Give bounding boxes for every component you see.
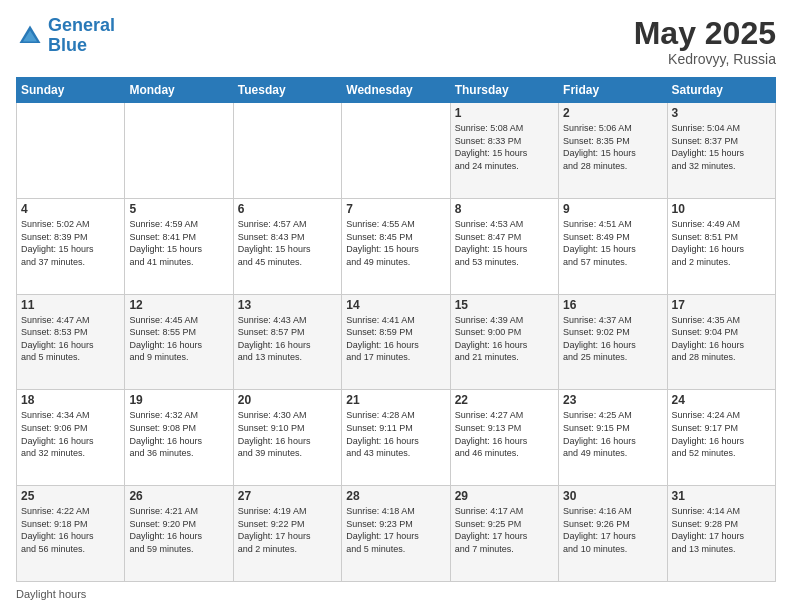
- day-info: Sunrise: 4:18 AM Sunset: 9:23 PM Dayligh…: [346, 505, 445, 555]
- calendar-cell: 25Sunrise: 4:22 AM Sunset: 9:18 PM Dayli…: [17, 486, 125, 582]
- footer-text: Daylight hours: [16, 588, 86, 600]
- day-number: 24: [672, 393, 771, 407]
- day-number: 12: [129, 298, 228, 312]
- day-info: Sunrise: 4:59 AM Sunset: 8:41 PM Dayligh…: [129, 218, 228, 268]
- calendar-cell: 6Sunrise: 4:57 AM Sunset: 8:43 PM Daylig…: [233, 198, 341, 294]
- page: General Blue May 2025 Kedrovyy, Russia S…: [0, 0, 792, 612]
- day-info: Sunrise: 5:04 AM Sunset: 8:37 PM Dayligh…: [672, 122, 771, 172]
- calendar-cell: 19Sunrise: 4:32 AM Sunset: 9:08 PM Dayli…: [125, 390, 233, 486]
- calendar-day-header: Wednesday: [342, 78, 450, 103]
- day-number: 20: [238, 393, 337, 407]
- day-info: Sunrise: 4:45 AM Sunset: 8:55 PM Dayligh…: [129, 314, 228, 364]
- day-number: 31: [672, 489, 771, 503]
- day-info: Sunrise: 4:49 AM Sunset: 8:51 PM Dayligh…: [672, 218, 771, 268]
- calendar-week-row: 11Sunrise: 4:47 AM Sunset: 8:53 PM Dayli…: [17, 294, 776, 390]
- calendar-header-row: SundayMondayTuesdayWednesdayThursdayFrid…: [17, 78, 776, 103]
- calendar-cell: 22Sunrise: 4:27 AM Sunset: 9:13 PM Dayli…: [450, 390, 558, 486]
- calendar-cell: 3Sunrise: 5:04 AM Sunset: 8:37 PM Daylig…: [667, 103, 775, 199]
- day-number: 19: [129, 393, 228, 407]
- footer: Daylight hours: [16, 588, 776, 600]
- day-info: Sunrise: 5:02 AM Sunset: 8:39 PM Dayligh…: [21, 218, 120, 268]
- day-number: 26: [129, 489, 228, 503]
- calendar-day-header: Tuesday: [233, 78, 341, 103]
- calendar-week-row: 4Sunrise: 5:02 AM Sunset: 8:39 PM Daylig…: [17, 198, 776, 294]
- day-info: Sunrise: 4:43 AM Sunset: 8:57 PM Dayligh…: [238, 314, 337, 364]
- logo-line2: Blue: [48, 35, 87, 55]
- day-info: Sunrise: 4:19 AM Sunset: 9:22 PM Dayligh…: [238, 505, 337, 555]
- day-number: 13: [238, 298, 337, 312]
- day-info: Sunrise: 4:14 AM Sunset: 9:28 PM Dayligh…: [672, 505, 771, 555]
- day-number: 8: [455, 202, 554, 216]
- logo-text: General Blue: [48, 16, 115, 56]
- day-info: Sunrise: 4:35 AM Sunset: 9:04 PM Dayligh…: [672, 314, 771, 364]
- calendar-cell: 5Sunrise: 4:59 AM Sunset: 8:41 PM Daylig…: [125, 198, 233, 294]
- calendar-cell: 23Sunrise: 4:25 AM Sunset: 9:15 PM Dayli…: [559, 390, 667, 486]
- day-number: 3: [672, 106, 771, 120]
- day-number: 11: [21, 298, 120, 312]
- day-info: Sunrise: 4:37 AM Sunset: 9:02 PM Dayligh…: [563, 314, 662, 364]
- day-info: Sunrise: 4:25 AM Sunset: 9:15 PM Dayligh…: [563, 409, 662, 459]
- calendar-cell: 21Sunrise: 4:28 AM Sunset: 9:11 PM Dayli…: [342, 390, 450, 486]
- day-info: Sunrise: 4:16 AM Sunset: 9:26 PM Dayligh…: [563, 505, 662, 555]
- calendar-cell: 29Sunrise: 4:17 AM Sunset: 9:25 PM Dayli…: [450, 486, 558, 582]
- title-block: May 2025 Kedrovyy, Russia: [634, 16, 776, 67]
- logo: General Blue: [16, 16, 115, 56]
- calendar-cell: 17Sunrise: 4:35 AM Sunset: 9:04 PM Dayli…: [667, 294, 775, 390]
- calendar-cell: 15Sunrise: 4:39 AM Sunset: 9:00 PM Dayli…: [450, 294, 558, 390]
- calendar-cell: 11Sunrise: 4:47 AM Sunset: 8:53 PM Dayli…: [17, 294, 125, 390]
- calendar-cell: 20Sunrise: 4:30 AM Sunset: 9:10 PM Dayli…: [233, 390, 341, 486]
- day-number: 15: [455, 298, 554, 312]
- day-info: Sunrise: 4:32 AM Sunset: 9:08 PM Dayligh…: [129, 409, 228, 459]
- day-number: 30: [563, 489, 662, 503]
- day-number: 21: [346, 393, 445, 407]
- calendar-day-header: Monday: [125, 78, 233, 103]
- day-info: Sunrise: 4:41 AM Sunset: 8:59 PM Dayligh…: [346, 314, 445, 364]
- calendar-cell: 7Sunrise: 4:55 AM Sunset: 8:45 PM Daylig…: [342, 198, 450, 294]
- calendar-cell: [17, 103, 125, 199]
- calendar-cell: 12Sunrise: 4:45 AM Sunset: 8:55 PM Dayli…: [125, 294, 233, 390]
- day-info: Sunrise: 4:51 AM Sunset: 8:49 PM Dayligh…: [563, 218, 662, 268]
- day-info: Sunrise: 4:30 AM Sunset: 9:10 PM Dayligh…: [238, 409, 337, 459]
- day-number: 23: [563, 393, 662, 407]
- day-number: 6: [238, 202, 337, 216]
- calendar-cell: 4Sunrise: 5:02 AM Sunset: 8:39 PM Daylig…: [17, 198, 125, 294]
- logo-icon: [16, 22, 44, 50]
- calendar-cell: 13Sunrise: 4:43 AM Sunset: 8:57 PM Dayli…: [233, 294, 341, 390]
- day-info: Sunrise: 4:21 AM Sunset: 9:20 PM Dayligh…: [129, 505, 228, 555]
- day-info: Sunrise: 4:24 AM Sunset: 9:17 PM Dayligh…: [672, 409, 771, 459]
- day-number: 27: [238, 489, 337, 503]
- calendar-cell: 16Sunrise: 4:37 AM Sunset: 9:02 PM Dayli…: [559, 294, 667, 390]
- day-number: 5: [129, 202, 228, 216]
- day-number: 4: [21, 202, 120, 216]
- calendar-cell: 31Sunrise: 4:14 AM Sunset: 9:28 PM Dayli…: [667, 486, 775, 582]
- day-info: Sunrise: 4:47 AM Sunset: 8:53 PM Dayligh…: [21, 314, 120, 364]
- main-title: May 2025: [634, 16, 776, 51]
- day-number: 7: [346, 202, 445, 216]
- day-number: 28: [346, 489, 445, 503]
- day-number: 17: [672, 298, 771, 312]
- calendar-cell: 1Sunrise: 5:08 AM Sunset: 8:33 PM Daylig…: [450, 103, 558, 199]
- day-number: 29: [455, 489, 554, 503]
- calendar-table: SundayMondayTuesdayWednesdayThursdayFrid…: [16, 77, 776, 582]
- calendar-day-header: Sunday: [17, 78, 125, 103]
- day-info: Sunrise: 5:06 AM Sunset: 8:35 PM Dayligh…: [563, 122, 662, 172]
- day-info: Sunrise: 4:57 AM Sunset: 8:43 PM Dayligh…: [238, 218, 337, 268]
- calendar-cell: 10Sunrise: 4:49 AM Sunset: 8:51 PM Dayli…: [667, 198, 775, 294]
- calendar-day-header: Friday: [559, 78, 667, 103]
- calendar-day-header: Thursday: [450, 78, 558, 103]
- day-number: 16: [563, 298, 662, 312]
- day-info: Sunrise: 4:55 AM Sunset: 8:45 PM Dayligh…: [346, 218, 445, 268]
- calendar-week-row: 18Sunrise: 4:34 AM Sunset: 9:06 PM Dayli…: [17, 390, 776, 486]
- day-info: Sunrise: 5:08 AM Sunset: 8:33 PM Dayligh…: [455, 122, 554, 172]
- calendar-week-row: 25Sunrise: 4:22 AM Sunset: 9:18 PM Dayli…: [17, 486, 776, 582]
- calendar-cell: [233, 103, 341, 199]
- day-number: 18: [21, 393, 120, 407]
- calendar-cell: 26Sunrise: 4:21 AM Sunset: 9:20 PM Dayli…: [125, 486, 233, 582]
- day-info: Sunrise: 4:28 AM Sunset: 9:11 PM Dayligh…: [346, 409, 445, 459]
- header: General Blue May 2025 Kedrovyy, Russia: [16, 16, 776, 67]
- logo-line1: General: [48, 15, 115, 35]
- day-number: 14: [346, 298, 445, 312]
- day-info: Sunrise: 4:39 AM Sunset: 9:00 PM Dayligh…: [455, 314, 554, 364]
- calendar-cell: 9Sunrise: 4:51 AM Sunset: 8:49 PM Daylig…: [559, 198, 667, 294]
- calendar-cell: 2Sunrise: 5:06 AM Sunset: 8:35 PM Daylig…: [559, 103, 667, 199]
